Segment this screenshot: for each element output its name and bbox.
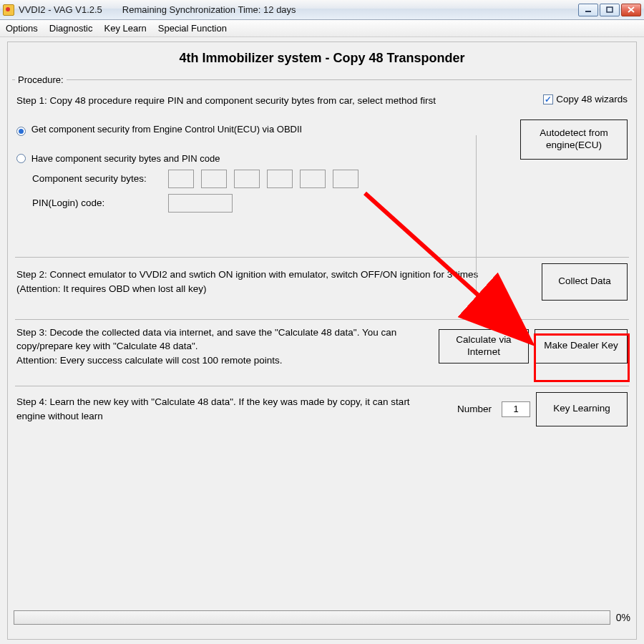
csb-input-1[interactable] <box>168 170 194 188</box>
csb-label: Component security bytes: <box>32 173 161 184</box>
menu-special-function[interactable]: Special Function <box>158 23 227 34</box>
calculate-via-internet-label: Calculate via Internet <box>445 334 522 358</box>
copy48-wizards-checkbox[interactable]: ✓ Copy 48 wizards <box>543 94 628 104</box>
content-area: 4th Immobilizer system - Copy 48 Transpo… <box>0 37 644 644</box>
number-input[interactable] <box>502 401 530 417</box>
divider-1 <box>15 257 629 258</box>
calculate-via-internet-button[interactable]: Calculate via Internet <box>439 329 529 364</box>
main-panel: 4th Immobilizer system - Copy 48 Transpo… <box>7 42 637 640</box>
radio-option-a[interactable] <box>16 127 26 136</box>
procedure-group: Procedure: Step 1: Copy 48 procedure req… <box>12 74 632 444</box>
make-dealer-key-label: Make Dealer Key <box>544 340 618 352</box>
app-icon <box>3 4 14 16</box>
collect-data-label: Collect Data <box>558 275 611 288</box>
menu-diagnostic[interactable]: Diagnostic <box>49 23 93 34</box>
csb-input-2[interactable] <box>201 170 227 188</box>
radio-option-b[interactable] <box>16 154 26 163</box>
step3-text: Step 3: Decode the collected data via in… <box>16 326 433 368</box>
csb-input-4[interactable] <box>267 170 293 188</box>
option-a-label: Get component security from Engine Contr… <box>31 124 303 135</box>
make-dealer-key-button[interactable]: Make Dealer Key <box>535 329 628 364</box>
maximize-button[interactable] <box>600 4 620 16</box>
vertical-divider <box>476 135 477 321</box>
sync-time-label: Remaining Synchronization Time: 12 days <box>122 4 296 15</box>
progress-bar <box>14 610 610 625</box>
page-title: 4th Immobilizer system - Copy 48 Transpo… <box>12 51 632 66</box>
menu-options[interactable]: Options <box>6 23 38 34</box>
key-learning-button[interactable]: Key Learning <box>536 392 628 426</box>
checkbox-icon: ✓ <box>543 94 553 104</box>
number-label: Number <box>457 404 492 414</box>
procedure-legend: Procedure: <box>15 74 67 85</box>
copy48-wizards-label: Copy 48 wizards <box>556 94 628 104</box>
autodetect-button[interactable]: Autodetect from engine(ECU) <box>520 119 628 160</box>
collect-data-button[interactable]: Collect Data <box>542 263 628 301</box>
step1-text: Step 1: Copy 48 procedure require PIN an… <box>16 94 507 108</box>
minimize-button[interactable] <box>578 4 598 16</box>
window-controls <box>578 4 641 16</box>
menubar: Options Diagnostic Key Learn Special Fun… <box>0 20 644 37</box>
csb-input-5[interactable] <box>300 170 326 188</box>
autodetect-button-label: Autodetect from engine(ECU) <box>527 127 621 152</box>
progress-area: 0% <box>14 610 630 625</box>
divider-3 <box>15 386 629 386</box>
csb-input-6[interactable] <box>333 170 358 188</box>
pin-label: PIN(Login) code: <box>32 197 161 208</box>
option-b-label: Have component security bytes and PIN co… <box>31 153 220 164</box>
pin-input[interactable] <box>168 194 233 213</box>
progress-percent: 0% <box>616 612 630 623</box>
svg-rect-1 <box>607 7 613 12</box>
key-learning-label: Key Learning <box>553 403 610 415</box>
divider-2 <box>15 319 629 320</box>
menu-key-learn[interactable]: Key Learn <box>104 23 147 34</box>
step4-text: Step 4: Learn the new key with "Calculat… <box>16 395 433 423</box>
titlebar: VVDI2 - VAG V1.2.5 Remaining Synchroniza… <box>0 0 644 20</box>
window-title: VVDI2 - VAG V1.2.5 <box>19 4 102 15</box>
step2-text: Step 2: Connect emulator to VVDI2 and sw… <box>16 268 514 296</box>
close-button[interactable] <box>621 4 641 16</box>
csb-input-3[interactable] <box>234 170 260 188</box>
